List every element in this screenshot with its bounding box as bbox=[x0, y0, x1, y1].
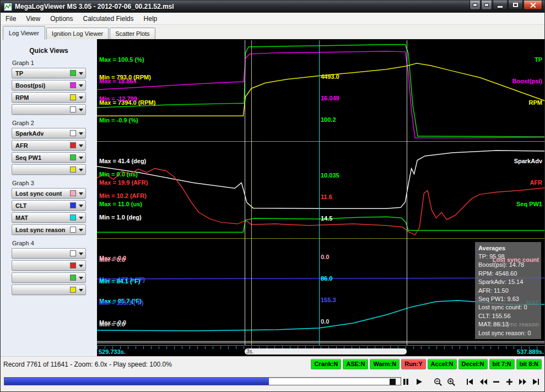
graph-panel-1[interactable]: Max = 100.5 (%) Max = 18.864 Max = 7394.… bbox=[97, 40, 545, 142]
graph2-series2-selector[interactable]: AFR bbox=[12, 140, 86, 151]
graph1-cursor-values: 4493.0 16.049 100.2 bbox=[321, 59, 339, 138]
layout-icon bbox=[484, 3, 489, 7]
graph1-series4-selector[interactable] bbox=[12, 104, 86, 115]
log-position-bar[interactable] bbox=[4, 377, 401, 385]
tab-scatter-plots[interactable]: Scatter Plots bbox=[110, 28, 155, 40]
maximize-button[interactable] bbox=[508, 1, 523, 10]
min-label: Min = 0.0 bbox=[99, 321, 144, 328]
graph3-series1-selector[interactable]: Lost sync count bbox=[12, 188, 86, 198]
zoom-out-button[interactable] bbox=[432, 376, 444, 388]
series-label: RPM bbox=[15, 94, 29, 101]
thumb-time-label: 3s. bbox=[246, 348, 253, 355]
graph4-series3-selector[interactable] bbox=[12, 272, 86, 283]
series-color-chip bbox=[70, 106, 76, 112]
indicator-bit8: bit 8:N bbox=[516, 359, 542, 369]
play-button[interactable] bbox=[413, 376, 425, 388]
plus-icon bbox=[505, 378, 514, 386]
series-label: Boost(psi) bbox=[15, 82, 45, 89]
menu-file[interactable]: File bbox=[1, 13, 21, 24]
cursor-value: 100.2 bbox=[321, 116, 339, 123]
graph3-series2-selector[interactable]: CLT bbox=[12, 200, 86, 211]
close-button[interactable] bbox=[524, 1, 542, 10]
indicator-run: Run:Y bbox=[401, 359, 425, 369]
graph3-cursor-values: 0.0 86.0 155.3 0.0 bbox=[321, 239, 338, 340]
series-color-chip bbox=[70, 154, 76, 160]
cursor-value: 0.0 bbox=[321, 254, 338, 261]
bottombar bbox=[1, 372, 544, 392]
series-color-chip bbox=[70, 262, 76, 269]
window-extra-button-1[interactable] bbox=[470, 1, 481, 10]
min-label: Min = -12.799 bbox=[99, 95, 151, 103]
titlebar[interactable]: MegaLogViewer MS 3.05 - 2012-07-06_00.21… bbox=[1, 1, 544, 13]
series-color-chip bbox=[70, 142, 76, 148]
series-color-chip bbox=[70, 214, 76, 221]
graph4-series4-selector[interactable] bbox=[12, 284, 86, 295]
step-forward-button[interactable] bbox=[517, 376, 528, 388]
time-scrollbar[interactable]: 529.733s. 537.889s. 3s. bbox=[97, 345, 545, 356]
series-color-chip bbox=[70, 82, 76, 88]
graph3-series3-selector[interactable]: MAT bbox=[12, 212, 86, 223]
min-label: Min = 793.0 (RPM) bbox=[99, 74, 151, 81]
graph2-series4-selector[interactable] bbox=[12, 164, 86, 175]
graph4-series1-selector[interactable] bbox=[12, 248, 86, 259]
graph1-min-labels: Min = 793.0 (RPM) Min = -12.799 Min = -0… bbox=[99, 60, 151, 138]
close-icon bbox=[530, 3, 536, 8]
graph1-series2-selector[interactable]: Boost(psi) bbox=[12, 80, 86, 90]
graph4-series2-selector[interactable] bbox=[12, 260, 86, 271]
chevron-down-icon bbox=[79, 109, 83, 111]
main-content: Quick Views Graph 1 TP Boost(psi) RPM bbox=[1, 39, 545, 356]
step-forward-icon bbox=[519, 378, 527, 386]
statusbar: Record 7761 of 11641 - Zoom: 6.0x - Play… bbox=[1, 356, 544, 372]
chevron-down-icon bbox=[79, 253, 83, 255]
series-color-chip bbox=[70, 227, 76, 233]
graph-panel-2[interactable]: Max = 41.4 (deg) Max = 19.9 (AFR) Max = … bbox=[97, 142, 545, 239]
speed-down-button[interactable] bbox=[490, 376, 502, 388]
tab-ignition-log-viewer[interactable]: Ignition Log Viewer bbox=[46, 28, 109, 40]
pause-icon bbox=[402, 378, 410, 386]
speed-up-button[interactable] bbox=[504, 376, 515, 388]
indicator-crank: Crank:N bbox=[311, 359, 341, 369]
cursor-line[interactable] bbox=[319, 40, 320, 345]
graph1-series3-selector[interactable]: RPM bbox=[12, 92, 86, 103]
graph3-legend: Lost sync count CLT MAT Lost sync reason bbox=[489, 242, 539, 342]
cursor-value: 86.0 bbox=[321, 275, 338, 282]
series-color-chip bbox=[70, 167, 76, 173]
stop-button[interactable] bbox=[387, 376, 398, 388]
indicator-warm: Warm:N bbox=[370, 359, 400, 369]
graph1-series1-selector[interactable]: TP bbox=[12, 68, 86, 78]
graph2-legend: SparkAdv AFR Seq PW1 bbox=[514, 143, 542, 222]
time-scrollbar-thumb[interactable]: 3s. bbox=[245, 348, 407, 355]
tab-log-viewer[interactable]: Log Viewer bbox=[3, 26, 45, 40]
graph-panel-3[interactable]: Max = 0.0 Max = 177.1 (°F) Max = 95.7 (°… bbox=[97, 239, 545, 345]
window-extra-button-2[interactable] bbox=[481, 1, 492, 10]
skip-start-button[interactable] bbox=[464, 376, 476, 388]
legend-entry: CLT bbox=[489, 278, 539, 285]
step-back-icon bbox=[479, 378, 488, 386]
indicator-decel: Decel:N bbox=[458, 359, 488, 369]
cursor-value: 4493.0 bbox=[321, 73, 339, 80]
indicator-bit7: bit 7:N bbox=[489, 359, 515, 369]
series-color-chip bbox=[70, 94, 76, 100]
marker-line-yellow[interactable] bbox=[251, 40, 252, 345]
series-color-chip bbox=[70, 190, 76, 196]
cursor-value: 16.049 bbox=[321, 95, 339, 102]
pause-button[interactable] bbox=[400, 376, 412, 388]
legend-entry: SparkAdv bbox=[514, 158, 542, 165]
zoom-in-button[interactable] bbox=[445, 376, 457, 388]
menu-calculated-fields[interactable]: Calculated Fields bbox=[78, 13, 139, 24]
min-label: Min = 10.2 (AFR) bbox=[99, 192, 147, 200]
menu-options[interactable]: Options bbox=[45, 13, 78, 24]
step-back-button[interactable] bbox=[477, 376, 489, 388]
minimize-button[interactable] bbox=[493, 1, 508, 10]
skip-end-button[interactable] bbox=[530, 376, 542, 388]
time-start-label: 529.733s. bbox=[99, 348, 126, 355]
graph2-series1-selector[interactable]: SparkAdv bbox=[12, 128, 86, 138]
menu-view[interactable]: View bbox=[21, 13, 45, 24]
chevron-down-icon bbox=[79, 217, 83, 219]
graph2-series3-selector[interactable]: Seq PW1 bbox=[12, 152, 86, 163]
graph3-series4-selector[interactable]: Lost sync reason bbox=[12, 224, 86, 235]
graph2-min-labels: Min = 0.0 (us) Min = 10.2 (AFR) Min = 1.… bbox=[99, 157, 147, 235]
min-label: Min = 0.0 (us) bbox=[99, 171, 147, 178]
window-edge-line-left bbox=[245, 40, 245, 345]
menu-help[interactable]: Help bbox=[139, 13, 163, 24]
